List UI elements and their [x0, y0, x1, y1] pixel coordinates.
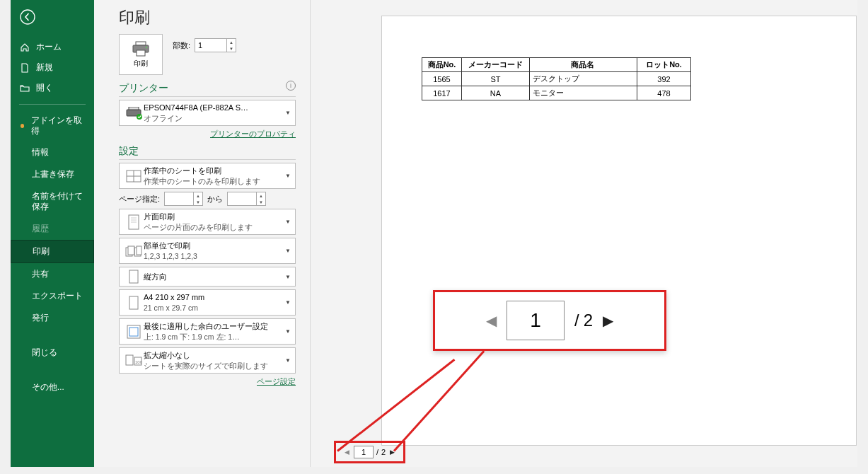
- svg-point-4: [146, 47, 147, 48]
- callout-prev-icon: ◀: [486, 312, 497, 329]
- svg-rect-20: [129, 296, 138, 309]
- nav-more[interactable]: その他...: [11, 376, 94, 398]
- sheet-icon: [124, 170, 144, 183]
- printer-status: オフライン: [144, 113, 282, 123]
- nav-history: 履歴: [11, 218, 94, 240]
- settings-section-title: 設定: [119, 145, 296, 160]
- svg-rect-16: [128, 246, 134, 255]
- printer-select[interactable]: EPSON744F8A (EP-882A S… オフライン ▼: [119, 100, 296, 126]
- bullet-icon: [21, 124, 24, 128]
- chevron-down-icon: ▼: [285, 248, 291, 254]
- page-navigator: ◀ / 2 ▶: [334, 441, 405, 463]
- margins-icon: [124, 325, 144, 339]
- nav-saveas[interactable]: 名前を付けて保存: [11, 185, 94, 218]
- current-page-input[interactable]: [354, 446, 374, 458]
- copies-input[interactable]: [195, 39, 226, 52]
- svg-point-7: [137, 114, 142, 120]
- nav-info[interactable]: 情報: [11, 141, 94, 163]
- preview-table: 商品No. メーカーコード 商品名 ロットNo. 1565 ST デスクトップ …: [422, 57, 691, 100]
- table-row: 1565 ST デスクトップ 392: [422, 72, 691, 86]
- papersize-select[interactable]: A4 210 x 297 mm21 cm x 29.7 cm ▼: [119, 289, 296, 316]
- preview-page: 商品No. メーカーコード 商品名 ロットNo. 1565 ST デスクトップ …: [381, 16, 857, 446]
- backstage-sidebar: ホーム 新規 開く アドインを取得 情報 上書き保存 名前を付けて保存 履歴 印…: [11, 0, 94, 467]
- nav-addins-label: アドインを取得: [31, 115, 86, 137]
- nav-export[interactable]: エクスポート: [11, 285, 94, 307]
- callout-next-icon[interactable]: ▶: [603, 312, 613, 329]
- svg-rect-1: [136, 42, 146, 45]
- table-header-row: 商品No. メーカーコード 商品名 ロットNo.: [422, 58, 691, 72]
- sides-select[interactable]: 片面印刷ページの片面のみを印刷します ▼: [119, 209, 296, 235]
- page-title: 印刷: [119, 7, 296, 28]
- main-area: 印刷 印刷 部数: ▲▼ プリンター i EP: [94, 0, 857, 467]
- next-page-button[interactable]: ▶: [388, 449, 396, 456]
- callout-zoom: ◀ / 2 ▶: [433, 290, 666, 351]
- nav-share[interactable]: 共有: [11, 263, 94, 285]
- chevron-down-icon: ▼: [285, 299, 291, 306]
- page-to-spinner[interactable]: ▲▼: [227, 192, 266, 206]
- chevron-down-icon: ▼: [285, 173, 291, 179]
- svg-rect-19: [129, 270, 138, 283]
- nav-new[interactable]: 新規: [11, 57, 94, 78]
- back-button[interactable]: [15, 4, 40, 30]
- svg-text:100: 100: [135, 360, 142, 364]
- printer-properties-link[interactable]: プリンターのプロパティ: [210, 129, 296, 138]
- margins-select[interactable]: 最後に適用した余白のユーザー設定上: 1.9 cm 下: 1.9 cm 左: 1…: [119, 318, 296, 345]
- page-from-spinner[interactable]: ▲▼: [164, 192, 203, 206]
- page-from-input[interactable]: [165, 192, 193, 205]
- printer-section-title: プリンター i: [119, 82, 296, 97]
- copies-spinner[interactable]: ▲▼: [195, 38, 236, 52]
- svg-rect-23: [126, 355, 133, 365]
- nav-addins[interactable]: アドインを取得: [11, 110, 94, 141]
- nav-home-label: ホーム: [36, 42, 62, 52]
- preview-column: 商品No. メーカーコード 商品名 ロットNo. 1565 ST デスクトップ …: [310, 0, 857, 467]
- page-range-label: ページ指定:: [119, 194, 160, 204]
- print-button[interactable]: 印刷: [119, 34, 163, 75]
- nav-print[interactable]: 印刷: [11, 240, 94, 263]
- chevron-down-icon: ▼: [285, 357, 291, 364]
- nav-home[interactable]: ホーム: [11, 37, 94, 57]
- svg-rect-3: [137, 50, 145, 56]
- settings-column: 印刷 印刷 部数: ▲▼ プリンター i EP: [94, 0, 310, 467]
- pager-total: 2: [381, 448, 386, 456]
- back-arrow-icon: [20, 9, 35, 25]
- file-icon: [19, 63, 30, 73]
- pager-sep: /: [376, 448, 378, 456]
- printer-device-icon: [124, 107, 144, 120]
- nav-open[interactable]: 開く: [11, 78, 94, 98]
- svg-rect-6: [129, 107, 139, 110]
- portrait-icon: [124, 270, 144, 284]
- svg-rect-22: [129, 328, 138, 336]
- page-range-row: ページ指定: ▲▼ から ▲▼: [119, 192, 296, 206]
- copies-up[interactable]: ▲: [227, 39, 236, 45]
- folder-open-icon: [19, 83, 30, 93]
- prev-page-button: ◀: [343, 449, 351, 456]
- orientation-select[interactable]: 縦方向 ▼: [119, 267, 296, 287]
- print-button-label: 印刷: [134, 59, 148, 69]
- page-setup-link[interactable]: ページ設定: [257, 377, 296, 386]
- copies-down[interactable]: ▼: [227, 45, 236, 52]
- nav-close[interactable]: 閉じる: [11, 342, 94, 364]
- copies-label: 部数:: [173, 40, 190, 51]
- info-icon[interactable]: i: [286, 81, 296, 91]
- chevron-down-icon: ▼: [285, 219, 291, 225]
- home-icon: [19, 42, 30, 52]
- nav-save[interactable]: 上書き保存: [11, 163, 94, 185]
- chevron-down-icon: ▼: [285, 110, 291, 116]
- printer-icon: [132, 41, 150, 57]
- callout-page-input[interactable]: [507, 301, 565, 340]
- page-range-sep: から: [207, 194, 223, 204]
- collate-icon: [124, 245, 144, 258]
- page-to-input[interactable]: [228, 192, 256, 205]
- collate-select[interactable]: 部単位で印刷1,2,3 1,2,3 1,2,3 ▼: [119, 238, 296, 264]
- page-icon: [124, 214, 144, 230]
- table-row: 1617 NA モニター 478: [422, 86, 691, 100]
- nav-publish[interactable]: 発行: [11, 307, 94, 329]
- scale-icon: 100: [124, 354, 144, 368]
- svg-point-0: [21, 10, 35, 24]
- chevron-down-icon: ▼: [285, 328, 291, 335]
- scale-select[interactable]: 100 拡大縮小なしシートを実際のサイズで印刷します ▼: [119, 347, 296, 374]
- nav-open-label: 開く: [36, 83, 53, 93]
- print-what-select[interactable]: 作業中のシートを印刷作業中のシートのみを印刷します ▼: [119, 163, 296, 189]
- papersize-icon: [124, 296, 144, 310]
- printer-name: EPSON744F8A (EP-882A S…: [144, 103, 282, 113]
